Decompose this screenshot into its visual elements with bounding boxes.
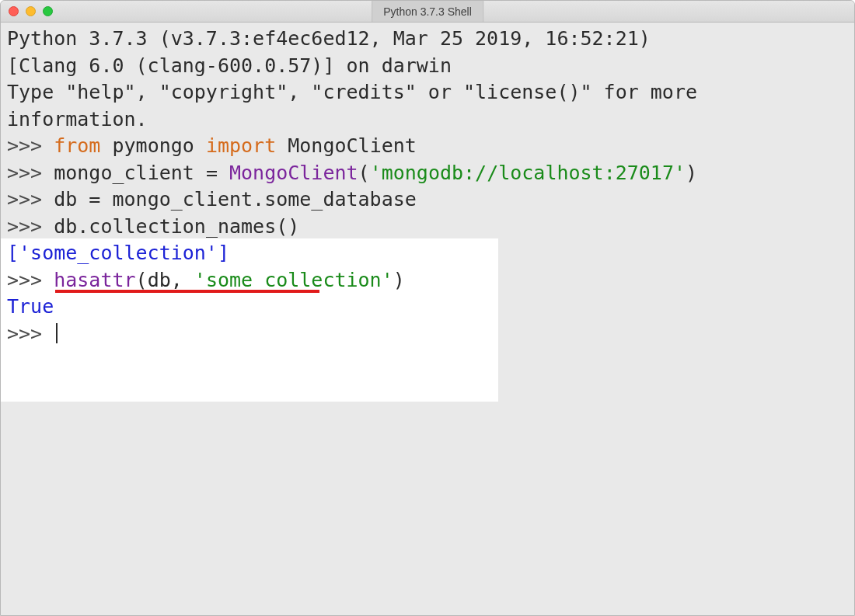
callable: hasattr xyxy=(54,269,135,291)
titlebar: Python 3.7.3 Shell xyxy=(1,1,854,23)
code-text: ) xyxy=(393,269,405,291)
red-underline-annotation xyxy=(55,290,319,293)
banner-line: Type "help", "copyright", "credits" or "… xyxy=(7,79,848,133)
prompt: >>> xyxy=(7,162,54,184)
minimize-icon[interactable] xyxy=(26,6,36,16)
output-line: True xyxy=(7,294,848,321)
string-literal: 'some_collection' xyxy=(194,269,393,291)
string-literal: 'mongodb://localhost:27017' xyxy=(370,162,686,184)
prompt: >>> xyxy=(7,215,54,238)
code-text: db.collection_names() xyxy=(54,215,299,238)
close-icon[interactable] xyxy=(9,6,19,16)
input-line: >>> db = mongo_client.some_database xyxy=(7,186,848,214)
shell-content[interactable]: Python 3.7.3 (v3.7.3:ef4ec6ed12, Mar 25 … xyxy=(1,23,854,615)
prompt: >>> xyxy=(7,134,54,157)
code-text: db = mongo_client.some_database xyxy=(54,188,417,211)
traffic-lights xyxy=(1,6,53,16)
code-text: ( xyxy=(358,162,370,184)
output-line: ['some_collection'] xyxy=(7,240,848,267)
callable: MongoClient xyxy=(229,162,358,184)
banner-line: [Clang 6.0 (clang-600.0.57)] on darwin xyxy=(7,53,848,80)
shell-window: Python 3.7.3 Shell Python 3.7.3 (v3.7.3:… xyxy=(0,0,855,616)
input-line[interactable]: >>> xyxy=(7,321,848,348)
code-text: (db, xyxy=(136,269,194,291)
prompt: >>> xyxy=(7,269,54,291)
input-line: >>> mongo_client = MongoClient('mongodb:… xyxy=(7,160,848,187)
input-line: >>> db.collection_names() xyxy=(7,214,848,241)
window-title: Python 3.7.3 Shell xyxy=(372,1,483,22)
cursor-icon xyxy=(56,323,58,343)
keyword: import xyxy=(206,134,276,157)
code-text: MongoClient xyxy=(276,134,417,157)
code-text: ) xyxy=(686,162,697,184)
banner-line: Python 3.7.3 (v3.7.3:ef4ec6ed12, Mar 25 … xyxy=(7,26,848,53)
prompt: >>> xyxy=(7,322,54,345)
code-text: mongo_client = xyxy=(54,162,229,184)
code-text: pymongo xyxy=(100,134,205,157)
input-line: >>> from pymongo import MongoClient xyxy=(7,133,848,160)
prompt: >>> xyxy=(7,188,54,211)
zoom-icon[interactable] xyxy=(43,6,53,16)
keyword: from xyxy=(54,134,100,157)
